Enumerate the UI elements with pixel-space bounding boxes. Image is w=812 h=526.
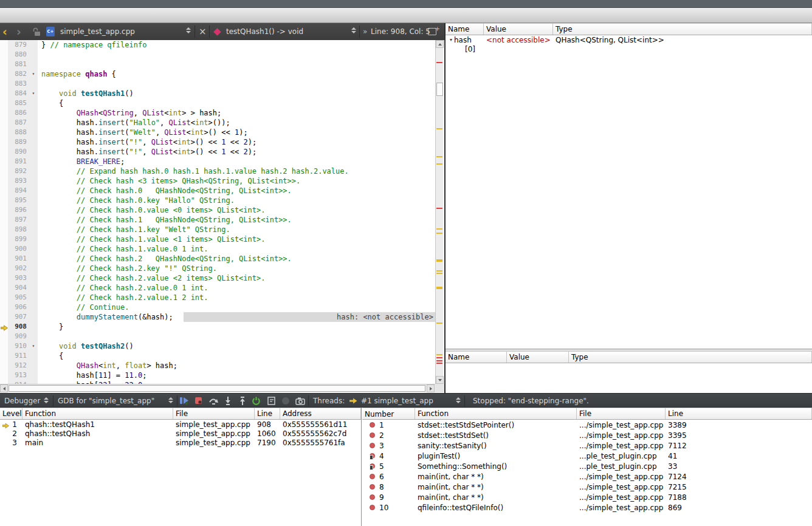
- log-icon[interactable]: [266, 394, 277, 408]
- back-icon[interactable]: ‹: [2, 23, 7, 40]
- breakpoint-margin[interactable]: [0, 157, 8, 166]
- fold-marker-icon[interactable]: ▾: [29, 89, 38, 98]
- code-text[interactable]: // Continue.: [38, 302, 129, 312]
- file-dropdown-icon[interactable]: [186, 27, 191, 33]
- code-text[interactable]: // Check hash.2.value.0 1 int.: [38, 283, 208, 293]
- breakpoint-margin[interactable]: [0, 322, 8, 332]
- breakpoint-margin[interactable]: [0, 196, 8, 205]
- reset-icon[interactable]: [250, 394, 261, 408]
- code-text[interactable]: dummyStatement(&hash);: [38, 312, 173, 322]
- editor-vertical-scrollbar[interactable]: [435, 40, 443, 384]
- expand-toggle-icon[interactable]: ▾: [450, 37, 452, 43]
- close-document-icon[interactable]: ×: [199, 23, 207, 40]
- record-icon[interactable]: [280, 394, 291, 408]
- code-text[interactable]: [38, 332, 41, 341]
- breakpoint-margin[interactable]: [0, 60, 8, 69]
- breakpoint-margin[interactable]: [0, 215, 8, 225]
- breakpoint-margin[interactable]: [0, 205, 8, 215]
- step-into-icon[interactable]: [222, 394, 233, 408]
- scroll-left-icon[interactable]: [0, 384, 8, 392]
- current-thread[interactable]: #1 simple_test_app: [361, 394, 433, 408]
- code-text[interactable]: // Check hash.2.value <2 items> QList<in…: [38, 273, 265, 283]
- split-editor-icon[interactable]: [428, 23, 436, 40]
- editor-horizontal-scrollbar[interactable]: [0, 384, 435, 392]
- breakpoint-margin[interactable]: [0, 128, 8, 137]
- engine-dropdown-icon[interactable]: [168, 397, 173, 403]
- code-text[interactable]: }: [38, 322, 63, 332]
- breakpoint-margin[interactable]: [0, 351, 8, 361]
- code-text[interactable]: // Check hash.1.value.0 1 int.: [38, 244, 208, 254]
- interrupt-icon[interactable]: [193, 394, 204, 408]
- code-area[interactable]: 879} // namespace qfileinfo880881882▾nam…: [0, 40, 435, 384]
- code-text[interactable]: // Check hash <3 items> QHash<QString, Q…: [38, 176, 300, 186]
- code-text[interactable]: hash.insert("Welt", QList<int>() << 1);: [38, 128, 248, 137]
- breakpoint-margin[interactable]: [0, 40, 8, 50]
- code-text[interactable]: [38, 50, 41, 60]
- breakpoint-row[interactable]: 1stdset::testStdSetPointer().../simple_t…: [362, 420, 812, 430]
- code-text[interactable]: QHash<int, float> hash;: [38, 361, 177, 371]
- code-text[interactable]: // Check hash.0 QHashNode<QString, QList…: [38, 186, 292, 196]
- breakpoint-margin[interactable]: [0, 225, 8, 234]
- code-text[interactable]: [38, 60, 41, 69]
- column-header-address[interactable]: Address: [280, 408, 361, 419]
- code-text[interactable]: // Check hash.1.value <1 items> QList<in…: [38, 234, 265, 244]
- column-header-value[interactable]: Value: [484, 24, 553, 35]
- scroll-up-icon[interactable]: [436, 40, 444, 48]
- breakpoint-margin[interactable]: [0, 283, 8, 293]
- breakpoint-row[interactable]: 8main(int, char * *).../simple_test_app.…: [362, 482, 812, 492]
- lock-icon[interactable]: [33, 23, 41, 40]
- code-text[interactable]: {: [38, 351, 63, 361]
- breakpoint-margin[interactable]: [0, 264, 8, 273]
- code-text[interactable]: hash[11] = 11.0;: [38, 371, 146, 380]
- scroll-right-icon[interactable]: [427, 384, 435, 392]
- code-text[interactable]: // Check hash.2 QHashNode<QString, QList…: [38, 254, 292, 264]
- breakpoint-margin[interactable]: [0, 371, 8, 380]
- forward-icon[interactable]: ›: [16, 23, 21, 40]
- breakpoint-margin[interactable]: [0, 79, 8, 89]
- code-text[interactable]: BREAK_HERE;: [38, 157, 125, 166]
- breakpoint-margin[interactable]: [0, 186, 8, 196]
- breakpoint-margin[interactable]: [0, 137, 8, 147]
- code-text[interactable]: namespace qhash {: [38, 69, 116, 79]
- debug-engine-label[interactable]: GDB for "simple_test_app": [58, 394, 154, 408]
- breakpoint-margin[interactable]: [0, 312, 8, 322]
- code-text[interactable]: // Check hash.0.value <0 items> QList<in…: [38, 205, 265, 215]
- stack-frame-row[interactable]: 1qhash::testQHash1simple_test_app.cpp908…: [0, 420, 361, 429]
- code-text[interactable]: void testQHash1(): [38, 89, 134, 98]
- thread-dropdown-icon[interactable]: [456, 397, 461, 403]
- stack-frame-row[interactable]: 3mainsimple_test_app.cpp71900x5555555761…: [0, 438, 361, 447]
- code-text[interactable]: {: [38, 98, 63, 108]
- breakpoint-margin[interactable]: [0, 341, 8, 351]
- column-header-function[interactable]: Function: [22, 408, 173, 419]
- chevron-more-icon[interactable]: »: [363, 23, 367, 40]
- column-header-type[interactable]: Type: [569, 352, 812, 363]
- step-out-icon[interactable]: [237, 394, 248, 408]
- column-header-type[interactable]: Type: [553, 24, 812, 35]
- code-text[interactable]: void testQHash2(): [38, 341, 134, 351]
- debugger-dropdown-icon[interactable]: [44, 397, 49, 403]
- horizontal-scrollbar-thumb[interactable]: [9, 385, 425, 392]
- breakpoint-margin[interactable]: [0, 361, 8, 371]
- snapshot-icon[interactable]: [295, 394, 306, 408]
- breakpoint-margin[interactable]: [0, 50, 8, 60]
- column-header-file[interactable]: File: [577, 408, 666, 419]
- code-text[interactable]: hash.insert("Hallo", QList<int>());: [38, 118, 230, 128]
- fold-marker-icon[interactable]: ▾: [29, 341, 38, 351]
- symbol-dropdown-icon[interactable]: [351, 27, 356, 33]
- column-header-function[interactable]: Function: [415, 408, 577, 419]
- column-header-file[interactable]: File: [173, 408, 255, 419]
- breakpoint-margin[interactable]: [0, 176, 8, 186]
- vertical-scrollbar-thumb[interactable]: [436, 83, 443, 96]
- breakpoint-margin[interactable]: [0, 118, 8, 128]
- code-text[interactable]: // Check hash.2.value.1 2 int.: [38, 293, 208, 302]
- column-header-value[interactable]: Value: [507, 352, 569, 363]
- code-text[interactable]: QHash<QString, QList<int> > hash;: [38, 108, 221, 118]
- stack-frame-row[interactable]: 2qhash::testQHashsimple_test_app.cpp1060…: [0, 429, 361, 438]
- breakpoint-margin[interactable]: [0, 147, 8, 157]
- code-text[interactable]: } // namespace qfileinfo: [38, 40, 146, 50]
- breakpoint-margin[interactable]: [0, 293, 8, 302]
- column-header-number[interactable]: Number: [362, 408, 415, 419]
- open-file-name[interactable]: simple_test_app.cpp: [60, 23, 135, 40]
- column-header-level[interactable]: Level: [0, 408, 22, 419]
- code-text[interactable]: [38, 79, 41, 89]
